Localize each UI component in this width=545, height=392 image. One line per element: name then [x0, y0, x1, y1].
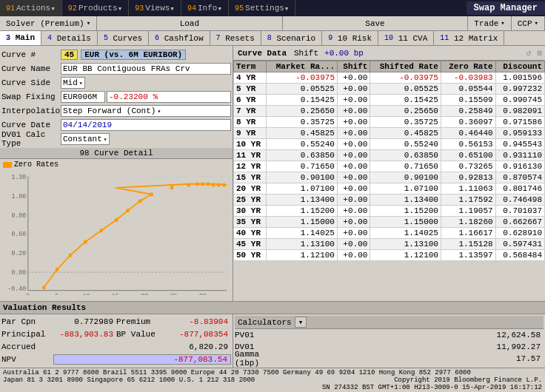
menu-item-views[interactable]: 93 Views ▾ — [129, 0, 181, 16]
table-cell: 0.15425 — [267, 95, 338, 106]
table-cell: +0.00 — [337, 150, 370, 161]
svg-point-37 — [207, 182, 210, 186]
curve-name-value[interactable]: EUR BB Contiguous FRAs Crv — [61, 63, 231, 75]
table-row: 25 YR1.13400+0.001.134001.175920.746498 — [234, 195, 545, 206]
swap-fixing-value[interactable]: -0.23200 % — [107, 91, 231, 103]
col-discount: Discount — [495, 61, 544, 72]
interpolation-select[interactable]: Step Forward (Cont) ▾ — [61, 105, 231, 117]
curve-hash-label: Curve # — [1, 50, 61, 59]
dv01-row: DV01 11,992.27 — [235, 341, 544, 353]
shift-value: +0.00 bp — [321, 49, 367, 58]
save-button[interactable]: Save — [283, 16, 469, 30]
table-row: 45 YR1.13100+0.001.131001.151280.597431 — [234, 239, 545, 250]
svg-text:0.20: 0.20 — [11, 250, 26, 257]
menu-bar: 91 Actions ▾ 92 Products ▾ 93 Views ▾ 94… — [0, 0, 545, 16]
export-icon[interactable]: ⊞ — [534, 48, 545, 58]
svg-point-40 — [222, 183, 226, 186]
svg-point-32 — [150, 192, 153, 196]
calculators-dropdown[interactable]: ▾ — [295, 317, 307, 328]
svg-point-35 — [195, 182, 199, 186]
accrued-value: 6,820.29 — [53, 342, 231, 351]
table-cell: -0.03975 — [267, 72, 338, 84]
refresh-icon[interactable]: ↺ — [524, 48, 535, 58]
table-cell: 0.35725 — [267, 117, 338, 128]
col-shift: Shift — [337, 61, 370, 72]
valuation-grid: Par Cpn 0.772989 Premium -8.83904 Princi… — [0, 314, 545, 368]
svg-text:0.60: 0.60 — [11, 231, 26, 238]
table-cell: 1.15000 — [267, 217, 338, 228]
menu-item-settings[interactable]: 95 Settings ▾ — [229, 0, 295, 16]
load-button[interactable]: Load — [97, 16, 283, 30]
table-row: 12 YR0.71650+0.000.716500.732650.916130 — [234, 161, 545, 172]
curve-id-row: Curve # 45 EUR (vs. 6M EURIBOR) — [1, 48, 231, 61]
table-cell: 1.13597 — [441, 250, 495, 261]
table-cell: 0.35725 — [370, 117, 441, 128]
premium-value: -8.83904 — [168, 317, 231, 326]
table-cell: 0.870574 — [495, 172, 544, 183]
table-cell: 1.17592 — [441, 195, 495, 206]
table-row: 15 YR0.90100+0.000.901000.928130.870574 — [234, 172, 545, 183]
tab-details[interactable]: 4 Details — [41, 31, 98, 45]
table-row: 11 YR0.63850+0.000.638500.651000.931110 — [234, 150, 545, 161]
table-cell: 20 YR — [234, 183, 267, 195]
status-line-2: Japan 81 3 3201 8900 Singapore 65 6212 1… — [3, 376, 542, 384]
tab-matrix[interactable]: 11 12 Matrix — [434, 31, 504, 45]
table-row: 40 YR1.14025+0.001.140251.166170.628910 — [234, 228, 545, 239]
npv-label: NPV — [1, 355, 53, 364]
table-cell: +0.00 — [337, 172, 370, 183]
ccp-button[interactable]: CCP ▾ — [512, 16, 545, 30]
table-cell: +0.00 — [337, 206, 370, 217]
bp-value-value: -877,08354 — [168, 330, 231, 339]
svg-text:10: 10 — [82, 293, 90, 295]
tab-resets[interactable]: 7 Resets — [210, 31, 261, 45]
trade-button[interactable]: Trade ▾ — [468, 16, 511, 30]
table-cell: +0.00 — [337, 195, 370, 206]
table-cell: 0.65100 — [441, 150, 495, 161]
menu-item-actions[interactable]: 91 Actions ▾ — [0, 0, 62, 16]
right-column: Curve Data Shift +0.00 bp ↺ ⊞ Term Marke… — [233, 46, 545, 301]
table-cell: +0.00 — [337, 72, 370, 84]
swap-fixing-row: Swap Fixing EUR006M -0.23200 % — [1, 90, 231, 104]
table-cell: +0.00 — [337, 106, 370, 117]
table-cell: 0.628910 — [495, 228, 544, 239]
swap-fixing-code[interactable]: EUR006M — [61, 91, 105, 103]
table-row: 35 YR1.15000+0.001.150001.182600.662667 — [234, 217, 545, 228]
table-row: 9 YR0.45825+0.000.458250.464400.959133 — [234, 128, 545, 139]
table-cell: 0.92813 — [441, 172, 495, 183]
solver-button[interactable]: Solver (Premium) ▾ — [0, 16, 97, 30]
table-row: 20 YR1.07100+0.001.071001.110630.801746 — [234, 183, 545, 195]
pv01-value: 12,624.58 — [279, 331, 544, 339]
valuation-right: Calculators ▾ PV01 12,624.58 DV01 11,992… — [233, 314, 545, 368]
curve-name-label: Curve Name — [1, 64, 61, 73]
table-cell: 0.45825 — [370, 128, 441, 139]
tab-cashflow[interactable]: 6 Cashflow — [149, 31, 210, 45]
table-cell: +0.00 — [337, 84, 370, 95]
table-cell: 5 YR — [234, 84, 267, 95]
chart-title: 98 Curve Detail — [0, 148, 233, 159]
svg-text:15: 15 — [112, 293, 119, 295]
svg-text:0: 0 — [26, 293, 30, 295]
table-cell: +0.00 — [337, 183, 370, 195]
menu-item-products[interactable]: 92 Products ▾ — [62, 0, 129, 16]
table-cell: 0.945543 — [495, 139, 544, 150]
tab-main[interactable]: 3 Main — [0, 31, 41, 45]
tab-scenario[interactable]: 8 Scenario — [261, 31, 322, 45]
toolbar: Solver (Premium) ▾ Load Save Trade ▾ CCP… — [0, 16, 545, 31]
dv01-calc-select[interactable]: Constant ▾ — [61, 133, 110, 145]
menu-num: 95 — [235, 4, 244, 13]
menu-item-info[interactable]: 94 Info ▾ — [181, 0, 229, 16]
table-cell: 0.597431 — [495, 239, 544, 250]
table-cell: 1.13100 — [267, 239, 338, 250]
table-cell: 1.15128 — [441, 239, 495, 250]
table-cell: 0.25849 — [441, 106, 495, 117]
curve-date-value[interactable]: 04/14/2019 — [61, 119, 231, 131]
tab-risk[interactable]: 9 10 Risk — [322, 31, 378, 45]
tab-curves[interactable]: 5 Curves — [98, 31, 149, 45]
tab-cva[interactable]: 10 11 CVA — [378, 31, 434, 45]
table-cell: 0.73265 — [441, 161, 495, 172]
curve-side-select[interactable]: Mid ▾ — [61, 77, 85, 89]
table-cell: 1.13100 — [370, 239, 441, 250]
status-line-1: Australia 61 2 9777 8600 Brazil 5511 339… — [3, 369, 542, 376]
table-cell: +0.00 — [337, 161, 370, 172]
curve-data-table-scroll[interactable]: Term Market Ra... Shift Shifted Rate Zer… — [233, 61, 545, 301]
